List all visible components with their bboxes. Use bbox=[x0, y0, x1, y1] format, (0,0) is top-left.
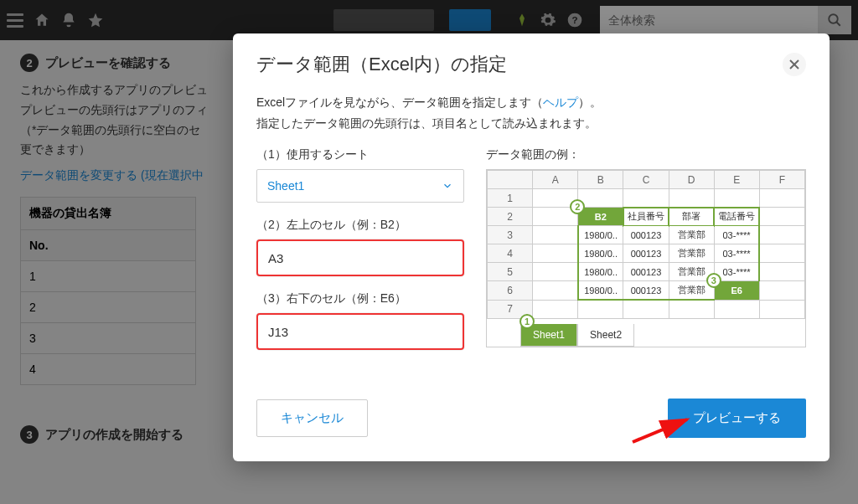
modal-description: Excelファイルを見ながら、データ範囲を指定します（ヘルプ）。 指定したデータ… bbox=[256, 92, 806, 134]
example-tab-sheet2: Sheet2 bbox=[577, 324, 634, 347]
example-sheet: ABCDEF 1 2 2 B2 社員番号 部署 電話番号 3 bbox=[486, 169, 806, 347]
modal-title: データ範囲（Excel内）の指定 bbox=[256, 52, 507, 77]
sheet-select[interactable]: Sheet1 bbox=[256, 169, 464, 203]
cancel-button[interactable]: キャンセル bbox=[256, 399, 368, 437]
label-bottom-right: （3）右下のセル（例：E6） bbox=[256, 291, 464, 306]
label-sheet: （1）使用するシート bbox=[256, 147, 464, 162]
badge-3: 3 bbox=[706, 273, 721, 288]
badge-1: 1 bbox=[519, 314, 535, 329]
preview-button[interactable]: プレビューする bbox=[668, 399, 806, 438]
close-icon bbox=[789, 59, 799, 69]
example-label: データ範囲の例： bbox=[486, 147, 806, 162]
label-top-left: （2）左上のセル（例：B2） bbox=[256, 218, 464, 233]
bottom-right-cell-input[interactable] bbox=[256, 313, 464, 350]
example-tab-sheet1: 1 Sheet1 bbox=[520, 324, 577, 347]
data-range-modal: データ範囲（Excel内）の指定 Excelファイルを見ながら、データ範囲を指定… bbox=[233, 33, 830, 461]
badge-2: 2 bbox=[570, 199, 585, 214]
chevron-down-icon bbox=[442, 180, 453, 192]
top-left-cell-input[interactable] bbox=[256, 239, 464, 276]
sheet-select-value: Sheet1 bbox=[267, 179, 304, 193]
close-button[interactable] bbox=[783, 53, 806, 76]
help-link[interactable]: ヘルプ bbox=[543, 95, 578, 109]
